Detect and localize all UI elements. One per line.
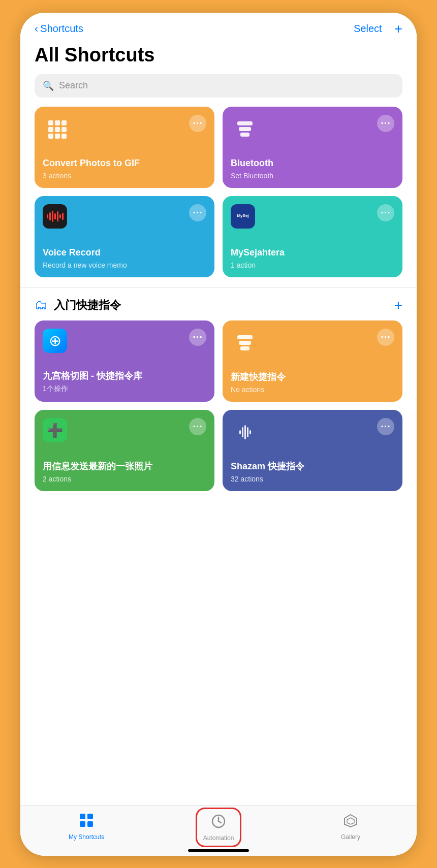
shazam-subtitle: 32 actions <box>231 475 394 483</box>
voice-record-more-button[interactable]: ··· <box>189 204 206 221</box>
shortcut-card-mysejahtera[interactable]: MySej ··· MySejahtera 1 action <box>223 196 402 277</box>
section-shortcuts-grid: ⊕ ··· 九宫格切图 - 快捷指令库 1个操作 <box>20 320 417 501</box>
bluetooth-subtitle: Set Bluetooth <box>231 172 394 180</box>
voice-record-title: Voice Record <box>43 247 206 259</box>
shazam-wave <box>239 424 251 440</box>
new-shortcut-title: 新建快捷指令 <box>231 371 394 383</box>
tab-gallery[interactable]: Gallery <box>285 813 417 841</box>
convert-photos-more-button[interactable]: ··· <box>189 115 206 132</box>
shortcut-card-shazam[interactable]: ··· Shazam 快捷指令 32 actions <box>223 410 402 491</box>
mysejahtera-title: MySejahtera <box>231 247 394 259</box>
home-bar <box>188 849 249 852</box>
shortcut-card-new-shortcut[interactable]: ··· 新建快捷指令 No actions <box>223 320 402 402</box>
convert-photos-title: Convert Photos to GIF <box>43 157 206 169</box>
svg-rect-2 <box>80 821 85 827</box>
shortcut-card-bluetooth[interactable]: ··· Bluetooth Set Bluetooth <box>223 107 402 188</box>
convert-photos-subtitle: 3 actions <box>43 172 206 180</box>
nine-grid-title: 九宫格切图 - 快捷指令库 <box>43 370 206 382</box>
voice-memo-icon <box>43 204 67 229</box>
search-bar-wrap: 🔍 Search <box>20 74 417 107</box>
my-shortcuts-label: My Shortcuts <box>69 833 104 841</box>
safari-icon: ⊕ <box>43 329 67 353</box>
scroll-area[interactable]: ··· Convert Photos to GIF 3 actions <box>20 107 417 805</box>
waveform <box>47 209 64 223</box>
back-button[interactable]: ‹ Shortcuts <box>35 22 83 36</box>
send-photo-more-button[interactable]: ··· <box>189 418 206 435</box>
shortcut-card-voice-record[interactable]: ··· Voice Record Record a new voice memo <box>35 196 214 277</box>
section-add-button[interactable]: + <box>394 297 402 313</box>
section-title: 入门快捷指令 <box>54 298 121 313</box>
my-shortcuts-icon <box>79 813 94 831</box>
mysejahtera-icon: MySej <box>231 204 255 229</box>
svg-rect-0 <box>80 814 85 819</box>
nine-grid-more-button[interactable]: ··· <box>189 329 206 346</box>
svg-marker-8 <box>347 818 354 824</box>
layers-icon <box>235 119 255 139</box>
send-photo-title: 用信息发送最新的一张照片 <box>43 461 206 472</box>
bluetooth-title: Bluetooth <box>231 157 394 169</box>
layers-icon-2 <box>235 333 255 352</box>
gallery-label: Gallery <box>341 833 360 841</box>
new-shortcut-icon <box>231 329 259 357</box>
search-icon: 🔍 <box>43 80 54 91</box>
gallery-icon <box>343 813 358 831</box>
chevron-left-icon: ‹ <box>35 22 38 36</box>
search-placeholder: Search <box>59 80 88 91</box>
new-shortcut-more-button[interactable]: ··· <box>377 329 394 346</box>
convert-photos-icon <box>43 115 71 143</box>
back-label: Shortcuts <box>40 23 83 35</box>
phone-frame: ‹ Shortcuts Select + All Shortcuts 🔍 Sea… <box>20 13 417 856</box>
folder-icon: 🗂 <box>35 297 48 313</box>
tab-automation[interactable]: Automation <box>152 812 285 842</box>
select-button[interactable]: Select <box>354 23 382 35</box>
shazam-more-button[interactable]: ··· <box>377 418 394 435</box>
svg-rect-1 <box>87 814 93 819</box>
home-indicator <box>20 846 417 856</box>
all-shortcuts-grid: ··· Convert Photos to GIF 3 actions <box>20 107 417 287</box>
search-bar[interactable]: 🔍 Search <box>35 74 402 98</box>
nav-actions: Select + <box>354 22 402 36</box>
shazam-icon <box>231 418 259 446</box>
shortcut-card-send-photo[interactable]: ➕ ··· 用信息发送最新的一张照片 2 actions <box>35 410 214 491</box>
nav-bar: ‹ Shortcuts Select + <box>20 13 417 40</box>
svg-marker-7 <box>345 815 357 827</box>
section-header: 🗂 入门快捷指令 + <box>20 288 417 320</box>
bluetooth-icon <box>231 115 259 143</box>
nine-grid-subtitle: 1个操作 <box>43 384 206 394</box>
tab-my-shortcuts[interactable]: My Shortcuts <box>20 813 152 841</box>
add-shortcut-button[interactable]: + <box>394 22 402 36</box>
bottom-tab-bar: My Shortcuts Automation Galler <box>20 805 417 846</box>
automation-label: Automation <box>203 834 234 842</box>
voice-record-subtitle: Record a new voice memo <box>43 261 206 269</box>
shazam-title: Shazam 快捷指令 <box>231 461 394 472</box>
message-icon: ➕ <box>43 418 67 442</box>
mysejahtera-subtitle: 1 action <box>231 261 394 269</box>
shortcut-card-convert-photos[interactable]: ··· Convert Photos to GIF 3 actions <box>35 107 214 188</box>
new-shortcut-subtitle: No actions <box>231 385 394 394</box>
bluetooth-more-button[interactable]: ··· <box>377 115 394 132</box>
svg-line-6 <box>218 821 221 823</box>
svg-rect-3 <box>87 821 93 827</box>
shortcut-card-nine-grid[interactable]: ⊕ ··· 九宫格切图 - 快捷指令库 1个操作 <box>35 320 214 402</box>
grid-icon <box>46 118 68 140</box>
send-photo-subtitle: 2 actions <box>43 475 206 483</box>
automation-icon <box>211 814 226 832</box>
mysejahtera-more-button[interactable]: ··· <box>377 204 394 221</box>
page-title: All Shortcuts <box>20 40 417 74</box>
